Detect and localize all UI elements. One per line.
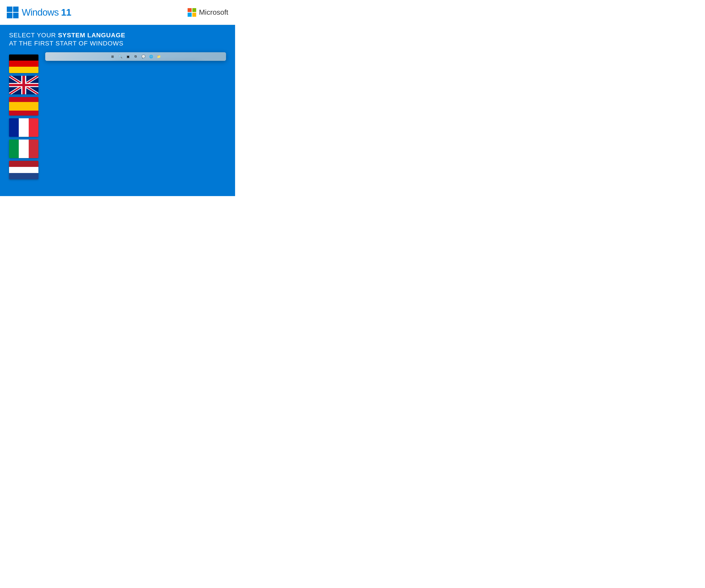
flag-spanish[interactable] xyxy=(9,97,38,116)
desktop-background xyxy=(45,52,226,61)
flag-italian[interactable] xyxy=(9,140,38,158)
flag-french[interactable] xyxy=(9,118,38,137)
flag-uk[interactable] xyxy=(9,76,38,94)
header: Windows 11 Microsoft xyxy=(0,0,235,25)
blue-section: SELECT YOUR SYSTEM LANGUAGE AT THE FIRST… xyxy=(0,25,235,196)
content-area: 🔍 Type here to search Pinned All apps › xyxy=(0,48,235,196)
headline-line2: AT THE FIRST START OF WINDOWS xyxy=(9,39,226,47)
windows-title: Windows 11 xyxy=(22,7,71,18)
flags-column xyxy=(9,54,38,179)
windows11-screenshot: 🔍 Type here to search Pinned All apps › xyxy=(45,52,226,61)
microsoft-logo-icon xyxy=(188,8,196,17)
windows-logo-area: Windows 11 xyxy=(7,7,71,18)
flag-german[interactable] xyxy=(9,54,38,73)
svg-point-0 xyxy=(102,52,226,61)
desktop-swirl-icon xyxy=(102,52,226,61)
headline-line1: SELECT YOUR SYSTEM LANGUAGE xyxy=(9,31,226,39)
headline: SELECT YOUR SYSTEM LANGUAGE AT THE FIRST… xyxy=(0,25,235,48)
flag-dutch[interactable] xyxy=(9,161,38,179)
microsoft-logo-area: Microsoft xyxy=(188,8,228,17)
win11-desktop: 🔍 Type here to search Pinned All apps › xyxy=(45,52,226,61)
windows-logo-icon xyxy=(7,7,18,18)
microsoft-title: Microsoft xyxy=(199,8,228,16)
